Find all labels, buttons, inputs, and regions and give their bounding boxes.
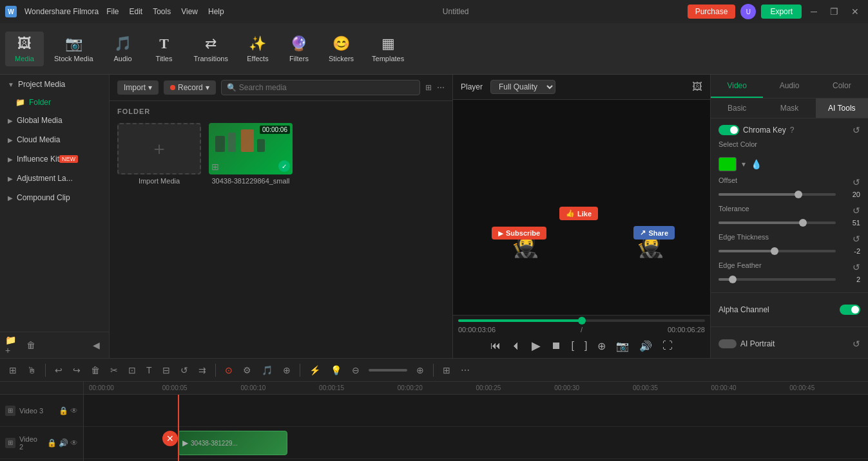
track-mute-video2[interactable]: 🔊 <box>59 438 68 447</box>
play-button[interactable]: ▶ <box>529 337 543 354</box>
sidebar-item-project-media[interactable]: ▼ Project Media <box>0 75 109 94</box>
edge-thickness-slider-thumb[interactable] <box>771 247 778 255</box>
chroma-key-reset-icon[interactable]: ↺ <box>853 125 860 135</box>
ai-portrait-toggle[interactable] <box>719 339 737 348</box>
sub-tab-mask[interactable]: Mask <box>763 99 815 118</box>
volume-button[interactable]: 🔊 <box>637 339 655 353</box>
delete-folder-button[interactable]: 🗑 <box>23 337 39 353</box>
tolerance-slider-thumb[interactable] <box>799 219 807 227</box>
edge-feather-reset-icon[interactable]: ↺ <box>853 262 860 272</box>
timeline-tracks-right[interactable]: 00:00:00 00:00:05 00:00:10 00:00:15 00:0… <box>84 382 868 461</box>
filter-icon[interactable]: ⊞ <box>425 83 432 92</box>
tl-record-button[interactable]: ⊙ <box>221 362 236 378</box>
tolerance-reset-icon[interactable]: ↺ <box>853 205 860 216</box>
toolbar-filters[interactable]: 🔮 Filters <box>280 32 318 66</box>
add-marker-button[interactable]: ⊕ <box>595 339 608 353</box>
purchase-button[interactable]: Purchase <box>688 5 736 19</box>
menu-tools[interactable]: Tools <box>153 7 171 16</box>
stop-button[interactable]: ⏹ <box>548 339 564 353</box>
track-lock-video2[interactable]: 🔒 <box>47 438 57 447</box>
tl-expand-button[interactable]: ⇉ <box>195 362 210 378</box>
menu-view[interactable]: View <box>181 7 198 16</box>
sidebar-item-global-media[interactable]: ▶ Global Media <box>0 111 109 130</box>
track-eye-video3[interactable]: 👁 <box>70 406 78 415</box>
alpha-channel-toggle[interactable] <box>840 305 860 315</box>
progress-bar[interactable] <box>458 319 705 322</box>
tl-mask-button[interactable]: ⊟ <box>159 362 174 378</box>
toolbar-templates[interactable]: ▦ Templates <box>364 32 412 66</box>
tl-ai-button[interactable]: ⚡ <box>305 362 324 378</box>
tl-text-button[interactable]: T <box>142 362 156 378</box>
step-back-button[interactable]: ⏴ <box>508 339 524 353</box>
maximize-button[interactable]: ❐ <box>826 5 842 18</box>
tl-audio-button[interactable]: 🎵 <box>258 362 276 378</box>
tl-minus-button[interactable]: ⊖ <box>348 362 363 378</box>
media-clip-item[interactable]: 00:00:06 ⊞ ✓ 30438-381229864_small <box>209 123 293 185</box>
chroma-key-help-icon[interactable]: ? <box>790 126 795 135</box>
toolbar-transitions[interactable]: ⇄ Transitions <box>186 32 236 66</box>
tl-delete-button[interactable]: 🗑 <box>87 362 104 378</box>
tl-settings-button[interactable]: ⚙ <box>239 362 255 378</box>
media-clip-thumb[interactable]: 00:00:06 ⊞ ✓ <box>209 123 293 174</box>
toolbar-titles[interactable]: T Titles <box>145 32 184 66</box>
edge-feather-slider-thumb[interactable] <box>729 276 737 283</box>
sidebar-item-influence-kit[interactable]: ▶ Influence Kit NEW <box>0 149 109 169</box>
import-media-thumb[interactable]: ＋ <box>117 123 201 174</box>
tolerance-slider[interactable] <box>719 221 836 224</box>
toolbar-effects[interactable]: ✨ Effects <box>238 32 277 66</box>
offset-reset-icon[interactable]: ↺ <box>853 177 860 187</box>
search-input[interactable] <box>239 83 414 92</box>
tl-smart-button[interactable]: 💡 <box>327 362 345 378</box>
edge-thickness-reset-icon[interactable]: ↺ <box>853 234 860 244</box>
sidebar-item-cloud-media[interactable]: ▶ Cloud Media <box>0 130 109 149</box>
track-lock-video3[interactable]: 🔒 <box>59 406 68 415</box>
edge-thickness-slider[interactable] <box>719 250 836 252</box>
collapse-panel-button[interactable]: ◀ <box>88 337 104 353</box>
ai-portrait-reset-icon[interactable]: ↺ <box>853 339 860 349</box>
mark-out-button[interactable]: ] <box>582 339 590 353</box>
snapshot-button[interactable]: 📷 <box>613 339 632 353</box>
more-options-icon[interactable]: ⋯ <box>437 83 445 92</box>
tl-plus-button[interactable]: ⊕ <box>412 362 428 378</box>
add-folder-button[interactable]: 📁+ <box>5 337 21 353</box>
mark-in-button[interactable]: [ <box>569 339 577 353</box>
tl-crop-button[interactable]: ⊡ <box>124 362 140 378</box>
track-eye-video2[interactable]: 👁 <box>70 438 78 447</box>
fullscreen-button[interactable]: ⛶ <box>660 339 675 353</box>
quality-select[interactable]: Full Quality Half Quality <box>490 80 555 94</box>
tl-layout-button[interactable]: ⊞ <box>439 362 454 378</box>
tl-transition-button[interactable]: ⊕ <box>279 362 294 378</box>
menu-edit[interactable]: Edit <box>130 7 143 16</box>
sub-tab-ai-tools[interactable]: AI Tools <box>816 99 868 118</box>
tl-undo-button[interactable]: ↩ <box>51 362 66 378</box>
tl-rotate-button[interactable]: ↺ <box>177 362 192 378</box>
edge-feather-slider[interactable] <box>719 278 836 281</box>
go-start-button[interactable]: ⏮ <box>488 339 503 353</box>
user-avatar[interactable]: U <box>740 4 756 19</box>
offset-slider[interactable] <box>719 193 836 196</box>
toolbar-stickers[interactable]: 😊 Stickers <box>321 32 362 66</box>
toolbar-stock-media[interactable]: 📷 Stock Media <box>46 32 101 66</box>
sidebar-item-adjustment-layer[interactable]: ▶ Adjustment La... <box>0 169 109 188</box>
timeline-clip[interactable]: ▶ 30438-381229... <box>178 431 287 455</box>
sub-tab-basic[interactable]: Basic <box>711 99 763 118</box>
chroma-key-toggle[interactable] <box>719 125 739 135</box>
tl-cut-button[interactable]: ✂ <box>106 362 122 378</box>
import-button[interactable]: Import ▾ <box>117 80 159 95</box>
tab-color[interactable]: Color <box>816 75 868 98</box>
tl-redo-button[interactable]: ↪ <box>69 362 84 378</box>
color-swatch[interactable] <box>719 157 737 171</box>
tl-add-track-button[interactable]: ⊞ <box>5 362 21 378</box>
snapshot-icon[interactable]: 🖼 <box>692 81 702 93</box>
record-button[interactable]: Record ▾ <box>164 80 216 95</box>
export-button[interactable]: Export <box>761 5 802 19</box>
folder-item[interactable]: 📁 Folder <box>0 94 109 111</box>
sidebar-item-compound-clip[interactable]: ▶ Compound Clip <box>0 188 109 207</box>
menu-file[interactable]: File <box>106 7 119 16</box>
minimize-button[interactable]: ─ <box>807 5 821 18</box>
color-chevron-icon[interactable]: ▾ <box>742 160 746 169</box>
toolbar-audio[interactable]: 🎵 Audio <box>104 32 142 66</box>
close-button[interactable]: ✕ <box>847 5 863 18</box>
cut-marker[interactable]: ✕ <box>162 431 178 446</box>
tab-audio[interactable]: Audio <box>763 75 815 98</box>
